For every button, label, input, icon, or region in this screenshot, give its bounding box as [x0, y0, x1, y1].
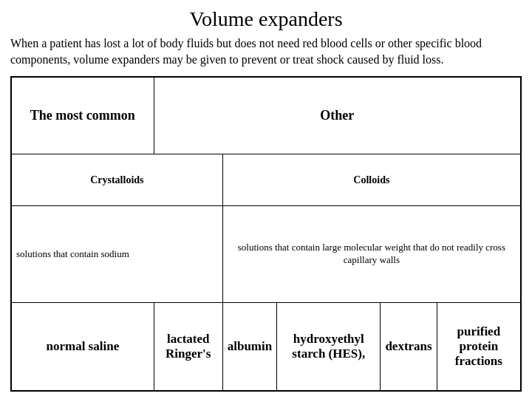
page-title: Volume expanders	[189, 7, 342, 31]
item-normal-saline: normal saline	[11, 302, 154, 391]
page-container: Volume expanders When a patient has lost…	[0, 0, 532, 399]
item-lactated-ringers: lactated Ringer's	[154, 302, 222, 391]
items-row: normal saline lactated Ringer's albumin …	[11, 302, 521, 391]
header-most-common: The most common	[11, 77, 154, 154]
subheader-colloids: Colloids	[222, 154, 521, 206]
table-wrapper: The most common Other Crystalloids Collo…	[10, 76, 522, 392]
desc-colloids: solutions that contain large molecular w…	[222, 206, 521, 302]
header-row: The most common Other	[11, 77, 521, 154]
subheader-crystalloids: Crystalloids	[11, 154, 222, 206]
item-purified-protein: purified protein fractions	[437, 302, 521, 391]
header-other: Other	[154, 77, 521, 154]
item-dextrans: dextrans	[381, 302, 437, 391]
item-albumin: albumin	[222, 302, 276, 391]
volume-expanders-table: The most common Other Crystalloids Collo…	[10, 76, 522, 392]
desc-sodium: solutions that contain sodium	[11, 206, 222, 302]
subheader-row: Crystalloids Colloids	[11, 154, 521, 206]
item-hydroxyethyl-starch: hydroxyethyl starch (HES),	[277, 302, 381, 391]
description-row: solutions that contain sodium solutions …	[11, 206, 521, 302]
intro-paragraph: When a patient has lost a lot of body fl…	[10, 35, 522, 69]
